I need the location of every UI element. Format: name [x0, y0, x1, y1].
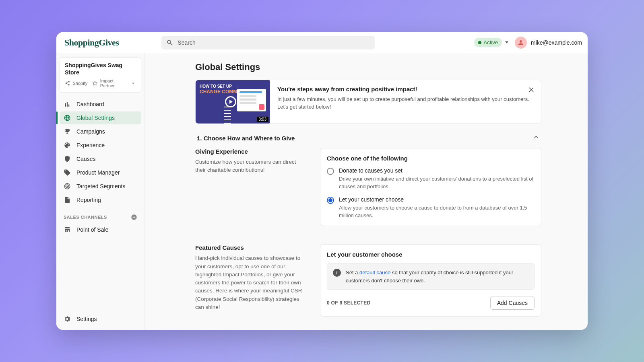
radio-label: Donate to causes you set	[339, 167, 535, 174]
sidebar-item-pos[interactable]: Point of Sale	[60, 223, 141, 236]
section-title: 1. Choose How and Where to Give	[197, 135, 295, 142]
sidebar-item-label: Causes	[76, 156, 95, 162]
sidebar-item-label: Reporting	[76, 197, 101, 203]
report-icon	[64, 196, 71, 204]
target-icon	[64, 183, 71, 190]
sidebar-item-label: Targeted Segments	[76, 183, 125, 189]
video-thumbnail[interactable]: HOW TO SET UP CHANGE COMMERCE 3:03	[196, 80, 270, 123]
row-description: Featured Causes Hand-pick individual cau…	[195, 244, 308, 317]
tag-icon	[64, 169, 71, 176]
close-button[interactable]	[527, 86, 535, 95]
sidebar-item-dashboard[interactable]: Dashboard	[60, 98, 141, 111]
giving-experience-row: Giving Experience Customize how your cus…	[195, 148, 541, 235]
chevron-up-icon	[533, 134, 540, 142]
add-causes-button[interactable]: Add Causes	[490, 296, 535, 310]
body: ShoppingGives Swag Store Shopify Impact …	[56, 53, 588, 330]
chevron-down-icon[interactable]	[505, 41, 508, 43]
globe-icon	[64, 114, 71, 121]
shield-icon	[64, 155, 71, 162]
close-icon	[527, 86, 535, 94]
banner-content: You're steps away from creating positive…	[270, 80, 541, 123]
giving-options-card: Choose one of the following Donate to ca…	[320, 148, 541, 226]
sidebar-item-label: Campaigns	[76, 128, 105, 135]
search-input[interactable]	[178, 39, 370, 46]
selected-count: 0 OF 6 SELECTED	[327, 300, 371, 306]
banner-desc: In just a few minutes, you will be set u…	[277, 96, 534, 111]
info-callout: i Set a default cause so that your chari…	[327, 263, 535, 290]
store-icon	[64, 226, 71, 233]
video-illustration	[237, 89, 266, 111]
bar-chart-icon	[64, 101, 71, 108]
topbar-right: Active mike@example.com	[474, 37, 582, 49]
default-cause-link[interactable]: default cause	[359, 269, 390, 276]
section-label-text: SALES CHANNELS	[64, 215, 107, 220]
sidebar-item-campaigns[interactable]: Campaigns	[60, 125, 141, 138]
card-heading: Choose one of the following	[327, 155, 535, 162]
status-pill[interactable]: Active	[474, 38, 502, 47]
sidebar-item-label: Dashboard	[76, 101, 104, 107]
radio-option-donate-preset[interactable]: Donate to causes you set Drive your own …	[327, 167, 535, 191]
trophy-icon	[64, 128, 71, 135]
sidebar-item-settings[interactable]: Settings	[60, 313, 141, 325]
sidebar-item-label: Global Settings	[76, 115, 115, 121]
user-email: mike@example.com	[531, 39, 582, 46]
page-title: Global Settings	[195, 62, 541, 72]
subsection-heading: Featured Causes	[195, 244, 308, 251]
video-illustration-ladder	[224, 107, 231, 123]
sidebar-item-label: Product Manager	[76, 169, 120, 176]
brand-logo: ShoppingGives	[62, 37, 121, 48]
main-content: Global Settings HOW TO SET UP CHANGE COM…	[145, 53, 588, 330]
share-icon	[65, 80, 70, 86]
radio-icon	[327, 197, 334, 204]
subsection-heading: Giving Experience	[195, 148, 308, 155]
info-icon: i	[333, 269, 341, 277]
video-duration: 3:03	[257, 117, 268, 122]
subsection-desc: Customize how your customers can direct …	[195, 158, 308, 175]
radio-label: Let your customer choose	[339, 196, 535, 203]
play-icon	[225, 96, 236, 107]
sidebar-item-global-settings[interactable]: Global Settings	[60, 111, 141, 124]
search-field[interactable]	[161, 36, 375, 49]
store-name: ShoppingGives Swag Store	[65, 62, 136, 76]
causes-toolbar: 0 OF 6 SELECTED Add Causes	[327, 296, 535, 310]
star-icon	[92, 80, 98, 86]
sidebar-item-targeted-segments[interactable]: Targeted Segments	[60, 180, 141, 193]
store-card[interactable]: ShoppingGives Swag Store Shopify Impact …	[60, 57, 141, 93]
sales-channels-header: SALES CHANNELS	[60, 207, 141, 223]
radio-desc: Drive your own initiative and direct you…	[339, 175, 535, 191]
radio-option-customer-choose[interactable]: Let your customer choose Allow your cust…	[327, 196, 535, 220]
card-heading: Let your customer choose	[327, 251, 535, 258]
sidebar-item-label: Settings	[76, 316, 97, 322]
topbar: ShoppingGives Active mike@example.com	[56, 32, 588, 53]
store-meta: Shopify Impact Partner	[65, 78, 136, 88]
search-icon	[166, 39, 173, 46]
subsection-desc: Hand-pick individual causes to showcase …	[195, 254, 308, 311]
store-platform: Shopify	[73, 81, 88, 86]
sidebar-item-label: Experience	[76, 142, 105, 148]
palette-icon	[64, 142, 71, 149]
featured-causes-card: Let your customer choose i Set a default…	[320, 244, 541, 317]
banner-title: You're steps away from creating positive…	[277, 86, 534, 93]
sidebar-item-product-manager[interactable]: Product Manager	[60, 166, 141, 179]
sidebar: ShoppingGives Swag Store Shopify Impact …	[56, 53, 145, 330]
onboarding-banner: HOW TO SET UP CHANGE COMMERCE 3:03 You'r…	[195, 80, 541, 124]
sidebar-item-reporting[interactable]: Reporting	[60, 193, 141, 206]
store-tier: Impact Partner	[100, 78, 128, 88]
radio-desc: Allow your customers to choose a cause t…	[339, 204, 535, 220]
user-menu[interactable]: mike@example.com	[515, 37, 582, 49]
sidebar-item-label: Point of Sale	[76, 226, 108, 233]
plus-circle-icon[interactable]	[131, 214, 137, 220]
info-text: Set a default cause so that your charity…	[346, 269, 528, 284]
gear-icon	[64, 315, 71, 323]
section-accordion-header[interactable]: 1. Choose How and Where to Give	[195, 130, 541, 148]
radio-icon	[327, 168, 334, 175]
avatar	[515, 37, 527, 49]
status-label: Active	[484, 39, 498, 45]
app-window: ShoppingGives Active mike@example.com	[56, 32, 588, 330]
sidebar-item-causes[interactable]: Causes	[60, 152, 141, 165]
status-dot-icon	[478, 41, 481, 44]
person-icon	[517, 39, 524, 46]
row-description: Giving Experience Customize how your cus…	[195, 148, 308, 226]
chevron-down-icon[interactable]	[130, 80, 136, 86]
sidebar-item-experience[interactable]: Experience	[60, 139, 141, 152]
